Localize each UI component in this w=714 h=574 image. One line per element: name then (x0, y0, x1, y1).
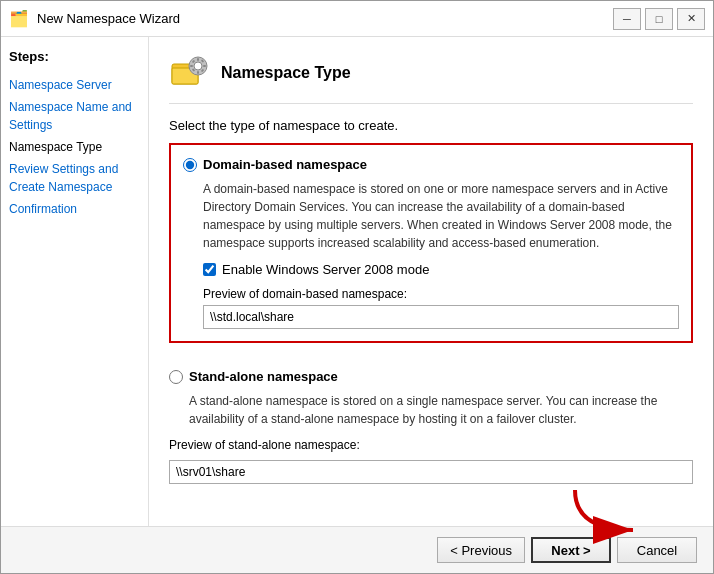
sidebar: Steps: Namespace Server Namespace Name a… (1, 37, 149, 526)
standalone-option-box: Stand-alone namespace A stand-alone name… (169, 357, 693, 496)
sidebar-item-namespace-name-settings[interactable]: Namespace Name and Settings (9, 96, 140, 136)
standalone-preview-label: Preview of stand-alone namespace: (169, 438, 693, 452)
svg-rect-6 (190, 65, 193, 67)
domain-radio-text: Domain-based namespace (203, 157, 367, 172)
domain-description: A domain-based namespace is stored on on… (203, 180, 679, 252)
page-title: Namespace Type (221, 64, 351, 82)
window-title: New Namespace Wizard (37, 11, 613, 26)
win2008-checkbox[interactable] (203, 263, 216, 276)
sidebar-item-review-settings[interactable]: Review Settings and Create Namespace (9, 158, 140, 198)
previous-button[interactable]: < Previous (437, 537, 525, 563)
instruction-text: Select the type of namespace to create. (169, 118, 693, 133)
standalone-radio-text: Stand-alone namespace (189, 369, 338, 384)
svg-rect-4 (197, 58, 199, 61)
window-icon: 🗂️ (9, 9, 29, 29)
domain-preview-input[interactable] (203, 305, 679, 329)
sidebar-item-namespace-type: Namespace Type (9, 136, 140, 158)
svg-rect-5 (197, 71, 199, 74)
svg-point-3 (194, 62, 202, 70)
domain-preview-label: Preview of domain-based namespace: (203, 287, 679, 301)
maximize-button[interactable]: □ (645, 8, 673, 30)
standalone-description: A stand-alone namespace is stored on a s… (189, 392, 693, 428)
domain-option-box: Domain-based namespace A domain-based na… (169, 143, 693, 343)
domain-radio-input[interactable] (183, 158, 197, 172)
win2008-label: Enable Windows Server 2008 mode (222, 262, 429, 277)
sidebar-title: Steps: (9, 49, 140, 64)
content-area: Steps: Namespace Server Namespace Name a… (1, 37, 713, 526)
next-button[interactable]: Next > (531, 537, 611, 563)
close-button[interactable]: ✕ (677, 8, 705, 30)
standalone-preview-input[interactable] (169, 460, 693, 484)
win2008-mode-row: Enable Windows Server 2008 mode (203, 262, 679, 277)
domain-radio-label[interactable]: Domain-based namespace (183, 157, 679, 172)
sidebar-item-confirmation[interactable]: Confirmation (9, 198, 140, 220)
page-icon (169, 53, 209, 93)
standalone-radio-label[interactable]: Stand-alone namespace (169, 369, 693, 384)
namespace-icon (170, 54, 208, 92)
cancel-button[interactable]: Cancel (617, 537, 697, 563)
page-header: Namespace Type (169, 53, 693, 104)
title-bar: 🗂️ New Namespace Wizard ─ □ ✕ (1, 1, 713, 37)
minimize-button[interactable]: ─ (613, 8, 641, 30)
standalone-radio-input[interactable] (169, 370, 183, 384)
footer: < Previous Next > Cancel (1, 526, 713, 573)
wizard-window: 🗂️ New Namespace Wizard ─ □ ✕ Steps: Nam… (0, 0, 714, 574)
sidebar-item-namespace-server[interactable]: Namespace Server (9, 74, 140, 96)
main-content: Namespace Type Select the type of namesp… (149, 37, 713, 526)
window-controls: ─ □ ✕ (613, 8, 705, 30)
svg-rect-7 (203, 65, 206, 67)
